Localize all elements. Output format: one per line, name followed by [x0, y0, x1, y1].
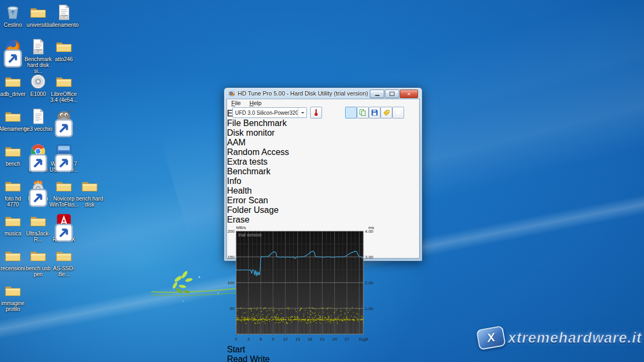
- desktop-icon-label: LibreOffice 3.4 (4e54...: [49, 91, 78, 103]
- download-button[interactable]: [392, 107, 404, 119]
- tab-label: Folder Usage: [227, 205, 279, 215]
- svg-text:2.00: 2.00: [365, 280, 374, 285]
- tag-icon: [382, 108, 391, 117]
- desktop-icon-label: università: [24, 22, 53, 28]
- shortcut-arrow-icon: [29, 154, 35, 160]
- svg-text:24: 24: [332, 337, 337, 342]
- hdtune-window: HD Tune Pro 5.00 - Hard Disk Utility (tr…: [224, 87, 422, 261]
- svg-text:50: 50: [230, 306, 235, 311]
- desktop-icon-e1000[interactable]: E1000: [24, 72, 53, 97]
- watermark-text: xtremehardware.it: [508, 330, 642, 346]
- svg-text:1.00: 1.00: [365, 306, 374, 311]
- win7app-icon: [55, 142, 73, 160]
- desktop-icon-label: AS-SSD-Be...: [49, 265, 78, 277]
- svg-text:31gB: 31gB: [358, 337, 369, 342]
- save-icon: [370, 108, 379, 117]
- tab-file-benchmark[interactable]: File Benchmark: [227, 119, 419, 128]
- chrome-icon: [29, 142, 47, 160]
- svg-text:3: 3: [247, 337, 250, 342]
- disc-icon: [29, 72, 47, 91]
- desktop-icon-ultrajack-r[interactable]: UltraJack-R...: [24, 212, 53, 242]
- tab-label: Health: [227, 186, 252, 195]
- folder-icon: [55, 38, 73, 56]
- options-button[interactable]: [380, 107, 392, 119]
- desktop-icon-novicorp-wintoflas[interactable]: Novicorp WinToFlas...: [49, 177, 78, 208]
- desktop-icon-label: bench hard disk: [75, 196, 104, 208]
- tab-error-scan[interactable]: Error Scan: [227, 196, 419, 205]
- svg-text:MB/s: MB/s: [236, 225, 246, 230]
- desktop-icon-gimp-2[interactable]: GIMP 2: [49, 107, 78, 132]
- desktop-icon-imgburn[interactable]: ImgBurn: [24, 177, 53, 202]
- desktop-icon-universit[interactable]: università: [24, 3, 53, 28]
- desktop-icon-label: allenamento: [49, 22, 78, 28]
- tab-folder-usage[interactable]: Folder Usage: [227, 205, 419, 215]
- shortcut-arrow-icon: [55, 224, 61, 230]
- shortcut-arrow-icon: [55, 119, 61, 125]
- temperature-button[interactable]: [310, 107, 322, 119]
- shortcut-arrow-icon: [4, 49, 10, 56]
- tab-benchmark[interactable]: Benchmark: [227, 167, 419, 176]
- tab-label: Extra tests: [227, 157, 268, 166]
- folder-icon: [29, 212, 47, 230]
- desktop-icon-windows-7-usb-dvd[interactable]: Windows 7 USB DVD...: [49, 142, 78, 173]
- desktop-icon-libreoffice-3-4-4e54[interactable]: LibreOffice 3.4 (4e54...: [49, 72, 78, 103]
- desktop-icon-allenamento[interactable]: ODTallenamento: [49, 3, 78, 28]
- desktop-icon-label: Novicorp WinToFlas...: [49, 196, 78, 208]
- menu-file[interactable]: File: [227, 99, 245, 108]
- folder-icon: [55, 247, 73, 265]
- close-button[interactable]: ×: [400, 90, 418, 98]
- tab-row-front: BenchmarkInfoHealthError ScanFolder Usag…: [227, 167, 419, 225]
- tab-extra-tests[interactable]: Extra tests: [227, 157, 419, 167]
- desktop-icon-adobe-reader-x[interactable]: Adobe Reader X: [49, 212, 78, 242]
- tab-info[interactable]: Info: [227, 176, 419, 186]
- tab-disk-monitor[interactable]: Disk monitor: [227, 128, 419, 138]
- folder-icon: [55, 72, 73, 91]
- desktop-icon-label: E1000: [24, 91, 53, 97]
- desktop-icon-ge3-vecchio[interactable]: ge3 vecchio: [24, 107, 53, 132]
- svg-text:200: 200: [228, 229, 235, 234]
- desktop-icon-immagine-profilo[interactable]: immagine profilo: [0, 282, 27, 312]
- folder-icon: [29, 3, 47, 21]
- menu-help[interactable]: Help: [245, 99, 266, 108]
- svg-text:4.00: 4.00: [365, 229, 374, 234]
- svg-text:3.00: 3.00: [365, 255, 374, 260]
- caption-buttons: ×: [369, 90, 418, 98]
- desktop-icon-benchmark-hard-disk-si[interactable]: ODTBenchmark hard disk si...: [24, 38, 53, 74]
- folder-icon: [4, 177, 22, 195]
- tab-erase[interactable]: Erase: [227, 215, 419, 225]
- tab-health[interactable]: Health: [227, 186, 419, 196]
- desktop-icon-atto246[interactable]: atto246: [49, 38, 78, 62]
- minimize-button[interactable]: [370, 90, 384, 98]
- desktop-icon-as-ssd-be[interactable]: AS-SSD-Be...: [49, 247, 78, 277]
- shortcut-arrow-icon: [29, 189, 35, 195]
- folder-icon: [4, 72, 22, 91]
- desktop-icon-label: immagine profilo: [0, 300, 27, 312]
- svg-text:9: 9: [272, 337, 275, 342]
- thermometer-icon: [312, 108, 320, 117]
- odt-doc-icon: ODT: [55, 3, 73, 21]
- svg-text:6: 6: [260, 337, 262, 342]
- screenshot-button[interactable]: [345, 107, 357, 119]
- maximize-button[interactable]: [385, 90, 399, 98]
- tab-label: Error Scan: [227, 196, 268, 205]
- copy-button[interactable]: [357, 107, 369, 119]
- save-button[interactable]: [369, 107, 380, 119]
- tab-random-access[interactable]: Random Access: [227, 147, 419, 157]
- window-client-area: FileHelp UFD 3.0 Silicon-Power32G (31 gB…: [226, 99, 420, 258]
- desktop-icon-google-chrome[interactable]: Google Chrome: [24, 142, 53, 173]
- svg-text:21: 21: [320, 337, 325, 342]
- tab-label: Disk monitor: [227, 128, 275, 137]
- desktop-icon-bench-hard-disk[interactable]: bench hard disk: [75, 177, 104, 208]
- drive-select-dropdown[interactable]: UFD 3.0 Silicon-Power32G (31 gB): [232, 107, 307, 118]
- svg-text:12: 12: [283, 337, 288, 342]
- desktop-icon-bench-usb-pen[interactable]: bench usb pen: [24, 247, 53, 277]
- sparkle: [199, 276, 200, 278]
- tab-label: AAM: [227, 138, 246, 147]
- start-button[interactable]: Start: [227, 345, 419, 354]
- desktop-icon-label: UltraJack-R...: [24, 231, 53, 242]
- chevron-down-icon: [298, 108, 306, 117]
- svg-text:27: 27: [345, 337, 349, 342]
- tab-aam[interactable]: AAM: [227, 138, 419, 147]
- svg-text:15: 15: [295, 337, 300, 342]
- tab-label: Benchmark: [227, 167, 270, 176]
